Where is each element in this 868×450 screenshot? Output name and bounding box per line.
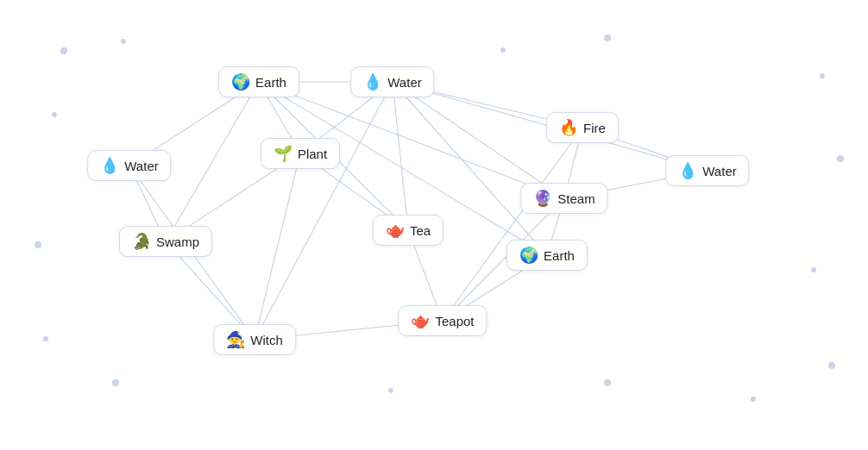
node-icon-earth2: 🌍 [519, 247, 538, 263]
node-water1[interactable]: 💧Water [350, 66, 434, 97]
node-witch1[interactable]: 🧙Witch [213, 324, 296, 355]
node-label-earth2: Earth [544, 248, 575, 263]
decorative-dot [35, 241, 41, 248]
node-icon-water1: 💧 [363, 74, 382, 90]
edge [255, 153, 300, 340]
node-label-water1: Water [387, 75, 421, 90]
node-steam1[interactable]: 🔮Steam [520, 183, 607, 214]
decorative-dot [820, 73, 825, 78]
node-label-water2: Water [124, 159, 158, 173]
node-earth1[interactable]: 🌍Earth [218, 66, 299, 97]
node-icon-swamp1: 🐊 [132, 234, 151, 249]
node-fire1[interactable]: 🔥Fire [546, 112, 619, 143]
decorative-dot [500, 47, 506, 53]
node-icon-teapot1: 🫖 [411, 313, 430, 328]
node-icon-witch1: 🧙 [226, 332, 245, 347]
decorative-dot [60, 47, 67, 54]
node-label-tea1: Tea [410, 223, 431, 238]
edge [166, 82, 259, 241]
graph-container: 🌍Earth💧Water🔥Fire💧Water🌱Plant🔮Steam💧Wate… [0, 0, 868, 450]
node-water2[interactable]: 💧Water [87, 150, 171, 181]
node-icon-water2: 💧 [100, 158, 119, 173]
decorative-dot [52, 112, 57, 117]
node-icon-tea1: 🫖 [386, 222, 405, 238]
node-label-swamp1: Swamp [156, 234, 199, 249]
node-label-plant1: Plant [298, 147, 327, 161]
node-icon-fire1: 🔥 [559, 120, 578, 135]
node-icon-plant1: 🌱 [274, 146, 292, 161]
decorative-dot [43, 336, 48, 341]
decorative-dot [121, 39, 126, 44]
decorative-dot [112, 379, 119, 386]
decorative-dot [604, 34, 611, 41]
decorative-dot [811, 267, 816, 272]
node-teapot1[interactable]: 🫖Teapot [398, 305, 487, 336]
node-icon-steam1: 🔮 [533, 191, 552, 206]
decorative-dot [837, 155, 844, 162]
edge [393, 82, 408, 230]
decorative-dot [751, 397, 756, 402]
decorative-dot [388, 388, 393, 393]
node-plant1[interactable]: 🌱Plant [261, 138, 340, 169]
node-swamp1[interactable]: 🐊Swamp [119, 226, 212, 257]
decorative-dot [828, 362, 835, 369]
node-label-earth1: Earth [255, 75, 286, 90]
node-label-fire1: Fire [583, 121, 606, 135]
node-earth2[interactable]: 🌍Earth [506, 240, 588, 271]
edge [443, 128, 582, 321]
node-icon-earth1: 🌍 [231, 74, 250, 90]
node-icon-water3: 💧 [678, 163, 697, 178]
node-tea1[interactable]: 🫖Tea [373, 215, 443, 246]
node-label-witch1: Witch [250, 333, 283, 347]
node-label-water3: Water [702, 164, 736, 178]
edge [393, 82, 564, 198]
node-water3[interactable]: 💧Water [665, 155, 749, 186]
node-label-steam1: Steam [557, 191, 594, 206]
node-label-teapot1: Teapot [435, 314, 474, 328]
decorative-dot [604, 379, 611, 386]
edge [255, 82, 393, 340]
